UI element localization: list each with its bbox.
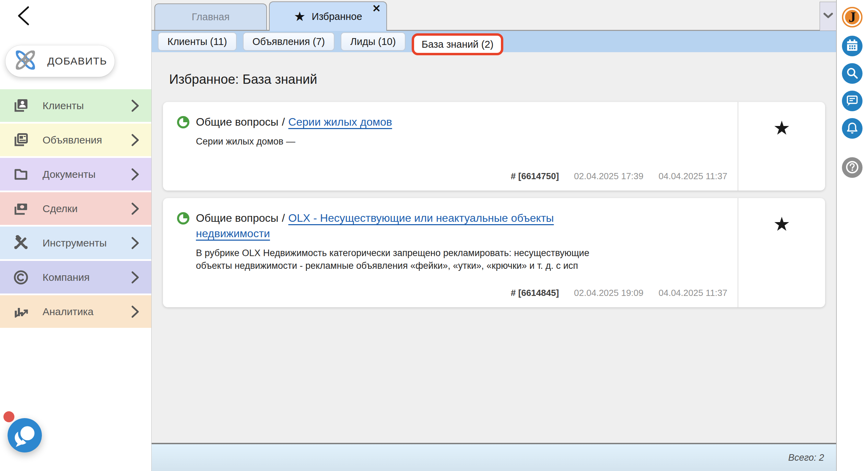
chevron-right-icon — [131, 168, 140, 181]
sidebar-item-label: Инструменты — [43, 237, 107, 249]
add-button[interactable]: ДОБАВИТЬ — [5, 45, 115, 77]
kb-card-created: 02.04.2025 19:09 — [574, 288, 643, 298]
kb-separator: / — [282, 116, 285, 128]
sidebar-item-analytics[interactable]: Аналитика — [0, 295, 151, 328]
kb-card-updated: 04.04.2025 11:37 — [659, 171, 727, 182]
chevron-right-icon — [131, 271, 140, 284]
chart-icon — [13, 304, 29, 320]
kb-card-id: # [6614845] — [511, 288, 559, 298]
messages-button[interactable] — [842, 91, 863, 111]
kb-card-id: # [6614750] — [511, 171, 559, 182]
chevron-right-icon — [131, 305, 140, 319]
subtab-knowledge-base[interactable]: База знаний (2) — [412, 33, 504, 55]
subtab-clients[interactable]: Клиенты (11) — [158, 32, 237, 51]
search-icon — [845, 66, 859, 81]
sidebar-item-label: Документы — [43, 169, 96, 180]
kb-card: Общие вопросы/Серии жилых домов Серии жи… — [163, 102, 825, 191]
tab-bar: Главная ★ Избранное ✕ — [152, 0, 836, 31]
star-icon: ★ — [294, 9, 305, 24]
kb-card-main: Общие вопросы/Серии жилых домов Серии жи… — [163, 102, 738, 191]
kb-card-title: Общие вопросы/Серии жилых домов — [196, 114, 392, 130]
chevron-right-icon — [131, 236, 140, 250]
kb-card-created: 02.04.2025 17:39 — [574, 171, 643, 182]
notifications-button[interactable] — [842, 118, 863, 139]
kb-category: Общие вопросы — [196, 116, 278, 128]
support-chat-fab[interactable] — [8, 418, 42, 452]
folder-icon — [13, 166, 29, 182]
kb-status-pie-icon — [177, 116, 190, 129]
sidebar-item-label: Сделки — [43, 203, 78, 215]
kb-card-meta: # [6614750] 02.04.2025 17:39 04.04.2025 … — [177, 171, 727, 182]
kb-status-pie-icon — [177, 212, 190, 225]
money-icon — [13, 201, 29, 217]
sidebar-item-label: Компания — [43, 272, 90, 283]
kb-card-meta: # [6614845] 02.04.2025 19:09 04.04.2025 … — [177, 288, 727, 298]
app-logo-icon — [13, 48, 38, 75]
sidebar: ДОБАВИТЬ Клиенты Объявления Докумен — [0, 0, 151, 471]
right-toolbar: J — [836, 0, 868, 471]
kb-category: Общие вопросы — [196, 212, 278, 224]
favorite-star-icon[interactable]: ★ — [773, 215, 790, 307]
kb-card-main: Общие вопросы/OLX - Несуществующие или н… — [163, 198, 738, 307]
search-button[interactable] — [842, 63, 863, 84]
page-title: Избранное: База знаний — [169, 72, 825, 87]
kb-card-excerpt: В рубрике OLX Недвижимость категорически… — [196, 247, 608, 273]
sidebar-item-label: Клиенты — [43, 100, 84, 112]
kb-card: Общие вопросы/OLX - Несуществующие или н… — [163, 198, 825, 307]
chevron-left-icon — [14, 22, 32, 27]
collapse-sidebar-button[interactable] — [12, 5, 34, 27]
list-footer: Всего: 2 — [152, 443, 836, 471]
add-button-label: ДОБАВИТЬ — [47, 55, 107, 67]
sidebar-item-documents[interactable]: Документы — [0, 158, 151, 191]
kb-card-updated: 04.04.2025 11:37 — [659, 288, 727, 298]
tab-favorites[interactable]: ★ Избранное ✕ — [269, 1, 387, 31]
listings-icon — [13, 132, 29, 148]
chevron-right-icon — [131, 133, 140, 147]
tab-favorites-label: Избранное — [312, 11, 362, 22]
favorites-category-tabs: Клиенты (11) Объявления (7) Лиды (10) Ба… — [152, 31, 836, 52]
sidebar-menu: Клиенты Объявления Документы — [0, 89, 151, 328]
kb-separator: / — [282, 212, 285, 224]
message-icon — [845, 94, 859, 108]
calendar-icon — [845, 39, 859, 54]
bell-icon — [845, 121, 859, 136]
tab-list-dropdown-button[interactable] — [820, 2, 836, 31]
help-button[interactable] — [842, 157, 863, 178]
tab-home[interactable]: Главная — [154, 3, 267, 30]
sidebar-item-company[interactable]: Компания — [0, 261, 151, 294]
kb-card-favorite-cell: ★ — [738, 198, 825, 307]
subtab-listings[interactable]: Объявления (7) — [243, 32, 335, 51]
tools-icon — [13, 235, 29, 251]
calendar-button[interactable] — [842, 36, 863, 56]
kb-card-favorite-cell: ★ — [738, 102, 825, 191]
subtab-leads[interactable]: Лиды (10) — [341, 32, 406, 51]
user-avatar-button[interactable]: J — [842, 7, 863, 27]
sidebar-item-label: Объявления — [43, 134, 102, 146]
question-mark-icon — [845, 160, 860, 176]
sidebar-item-label: Аналитика — [43, 306, 94, 318]
tab-home-label: Главная — [192, 11, 230, 23]
favorite-star-icon[interactable]: ★ — [773, 118, 790, 191]
total-count: Всего: 2 — [788, 452, 824, 463]
main-content: Главная ★ Избранное ✕ Клиенты (11) Объяв… — [151, 0, 836, 471]
sidebar-item-clients[interactable]: Клиенты — [0, 89, 151, 122]
kb-card-excerpt: Серии жилых домов — — [196, 135, 727, 148]
kb-article-link[interactable]: Серии жилых домов — [288, 116, 392, 128]
sidebar-item-listings[interactable]: Объявления — [0, 124, 151, 156]
chevron-down-icon — [823, 12, 834, 21]
sidebar-item-deals[interactable]: Сделки — [0, 192, 151, 225]
notification-dot — [3, 411, 14, 422]
clients-icon — [13, 98, 29, 114]
favorites-list: Избранное: База знаний Общие вопросы/Сер… — [152, 52, 836, 443]
copyright-icon — [13, 269, 29, 285]
chevron-right-icon — [131, 202, 140, 216]
sidebar-item-tools[interactable]: Инструменты — [0, 227, 151, 259]
chevron-right-icon — [131, 99, 140, 113]
kb-card-title: Общие вопросы/OLX - Несуществующие или н… — [196, 210, 566, 241]
close-icon[interactable]: ✕ — [372, 3, 381, 14]
